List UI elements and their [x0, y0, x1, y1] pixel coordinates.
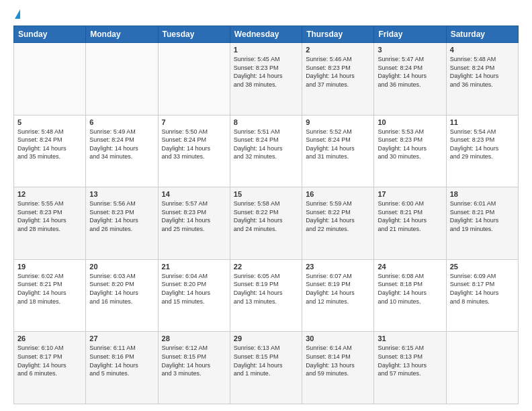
day-number: 11 [450, 118, 515, 126]
calendar-cell: 5Sunrise: 5:48 AM Sunset: 8:24 PM Daylig… [14, 115, 86, 187]
calendar-cell: 30Sunrise: 6:14 AM Sunset: 8:14 PM Dayli… [302, 332, 374, 404]
calendar-cell: 14Sunrise: 5:57 AM Sunset: 8:23 PM Dayli… [158, 187, 230, 260]
calendar-cell: 17Sunrise: 6:00 AM Sunset: 8:21 PM Dayli… [374, 187, 446, 260]
day-info: Sunrise: 5:47 AM Sunset: 8:24 PM Dayligh… [378, 55, 442, 89]
day-number: 1 [234, 46, 298, 54]
day-info: Sunrise: 6:05 AM Sunset: 8:19 PM Dayligh… [234, 272, 298, 306]
day-info: Sunrise: 6:00 AM Sunset: 8:21 PM Dayligh… [378, 199, 442, 233]
day-info: Sunrise: 5:45 AM Sunset: 8:23 PM Dayligh… [234, 55, 298, 89]
calendar-day-header: Tuesday [158, 26, 230, 43]
calendar-cell: 23Sunrise: 6:07 AM Sunset: 8:19 PM Dayli… [302, 259, 374, 332]
day-number: 28 [162, 334, 226, 342]
day-number: 6 [89, 118, 154, 126]
day-info: Sunrise: 5:49 AM Sunset: 8:24 PM Dayligh… [89, 128, 154, 161]
day-number: 22 [234, 263, 298, 271]
calendar-cell: 22Sunrise: 6:05 AM Sunset: 8:19 PM Dayli… [230, 259, 302, 332]
calendar-cell: 24Sunrise: 6:08 AM Sunset: 8:18 PM Dayli… [374, 259, 446, 332]
day-info: Sunrise: 5:46 AM Sunset: 8:23 PM Dayligh… [306, 55, 370, 89]
day-info: Sunrise: 6:04 AM Sunset: 8:20 PM Dayligh… [162, 272, 226, 306]
calendar-day-header: Saturday [446, 26, 518, 43]
page: SundayMondayTuesdayWednesdayThursdayFrid… [0, 0, 532, 411]
calendar-table: SundayMondayTuesdayWednesdayThursdayFrid… [13, 26, 519, 404]
day-info: Sunrise: 5:56 AM Sunset: 8:23 PM Dayligh… [89, 199, 154, 233]
calendar-day-header: Thursday [302, 26, 374, 43]
day-number: 26 [17, 334, 82, 342]
day-info: Sunrise: 5:53 AM Sunset: 8:23 PM Dayligh… [378, 128, 442, 161]
day-info: Sunrise: 5:57 AM Sunset: 8:23 PM Dayligh… [162, 199, 226, 233]
day-number: 23 [306, 263, 370, 271]
calendar-day-header: Sunday [14, 26, 86, 43]
calendar-cell: 21Sunrise: 6:04 AM Sunset: 8:20 PM Dayli… [158, 259, 230, 332]
day-number: 17 [378, 190, 442, 198]
logo-triangle-icon [15, 9, 20, 19]
day-number: 3 [378, 46, 442, 54]
day-number: 5 [17, 118, 82, 126]
day-number: 10 [378, 118, 442, 126]
day-info: Sunrise: 6:08 AM Sunset: 8:18 PM Dayligh… [378, 272, 442, 306]
day-number: 19 [17, 263, 82, 271]
calendar-week-row: 1Sunrise: 5:45 AM Sunset: 8:23 PM Daylig… [14, 43, 519, 116]
day-info: Sunrise: 6:01 AM Sunset: 8:21 PM Dayligh… [450, 199, 515, 233]
day-number: 7 [162, 118, 226, 126]
calendar-week-row: 26Sunrise: 6:10 AM Sunset: 8:17 PM Dayli… [14, 332, 519, 404]
calendar-cell: 19Sunrise: 6:02 AM Sunset: 8:21 PM Dayli… [14, 259, 86, 332]
day-info: Sunrise: 6:15 AM Sunset: 8:13 PM Dayligh… [378, 344, 442, 377]
calendar-cell: 1Sunrise: 5:45 AM Sunset: 8:23 PM Daylig… [230, 43, 302, 116]
day-number: 21 [162, 263, 226, 271]
calendar-cell: 13Sunrise: 5:56 AM Sunset: 8:23 PM Dayli… [86, 187, 158, 260]
calendar-cell: 4Sunrise: 5:48 AM Sunset: 8:24 PM Daylig… [446, 43, 518, 116]
calendar-week-row: 19Sunrise: 6:02 AM Sunset: 8:21 PM Dayli… [14, 259, 519, 332]
day-info: Sunrise: 6:09 AM Sunset: 8:17 PM Dayligh… [450, 272, 515, 306]
day-number: 16 [306, 190, 370, 198]
day-info: Sunrise: 6:13 AM Sunset: 8:15 PM Dayligh… [234, 344, 298, 377]
calendar-cell: 12Sunrise: 5:55 AM Sunset: 8:23 PM Dayli… [14, 187, 86, 260]
day-info: Sunrise: 6:02 AM Sunset: 8:21 PM Dayligh… [17, 272, 82, 306]
calendar-day-header: Friday [374, 26, 446, 43]
calendar-cell: 27Sunrise: 6:11 AM Sunset: 8:16 PM Dayli… [86, 332, 158, 404]
day-info: Sunrise: 6:03 AM Sunset: 8:20 PM Dayligh… [89, 272, 154, 306]
day-number: 18 [450, 190, 515, 198]
calendar-day-header: Wednesday [230, 26, 302, 43]
calendar-cell: 9Sunrise: 5:52 AM Sunset: 8:24 PM Daylig… [302, 115, 374, 187]
day-info: Sunrise: 5:59 AM Sunset: 8:22 PM Dayligh… [306, 199, 370, 233]
calendar-day-header: Monday [86, 26, 158, 43]
calendar-cell: 28Sunrise: 6:12 AM Sunset: 8:15 PM Dayli… [158, 332, 230, 404]
day-number: 15 [234, 190, 298, 198]
calendar-cell: 29Sunrise: 6:13 AM Sunset: 8:15 PM Dayli… [230, 332, 302, 404]
calendar-cell: 26Sunrise: 6:10 AM Sunset: 8:17 PM Dayli… [14, 332, 86, 404]
calendar-week-row: 12Sunrise: 5:55 AM Sunset: 8:23 PM Dayli… [14, 187, 519, 260]
day-info: Sunrise: 6:07 AM Sunset: 8:19 PM Dayligh… [306, 272, 370, 306]
day-info: Sunrise: 5:48 AM Sunset: 8:24 PM Dayligh… [17, 128, 82, 161]
day-number: 29 [234, 334, 298, 342]
day-info: Sunrise: 5:58 AM Sunset: 8:22 PM Dayligh… [234, 199, 298, 233]
calendar-cell: 6Sunrise: 5:49 AM Sunset: 8:24 PM Daylig… [86, 115, 158, 187]
calendar-cell: 8Sunrise: 5:51 AM Sunset: 8:24 PM Daylig… [230, 115, 302, 187]
day-info: Sunrise: 5:54 AM Sunset: 8:23 PM Dayligh… [450, 128, 515, 161]
day-info: Sunrise: 6:11 AM Sunset: 8:16 PM Dayligh… [89, 344, 154, 377]
calendar-cell: 3Sunrise: 5:47 AM Sunset: 8:24 PM Daylig… [374, 43, 446, 116]
day-number: 12 [17, 190, 82, 198]
day-number: 13 [89, 190, 154, 198]
day-info: Sunrise: 5:51 AM Sunset: 8:24 PM Dayligh… [234, 128, 298, 161]
logo [13, 12, 20, 19]
calendar-cell: 20Sunrise: 6:03 AM Sunset: 8:20 PM Dayli… [86, 259, 158, 332]
calendar-cell [158, 43, 230, 116]
calendar-week-row: 5Sunrise: 5:48 AM Sunset: 8:24 PM Daylig… [14, 115, 519, 187]
day-number: 25 [450, 263, 515, 271]
calendar-cell [446, 332, 518, 404]
calendar-cell: 11Sunrise: 5:54 AM Sunset: 8:23 PM Dayli… [446, 115, 518, 187]
day-info: Sunrise: 5:48 AM Sunset: 8:24 PM Dayligh… [450, 55, 515, 89]
calendar-cell: 18Sunrise: 6:01 AM Sunset: 8:21 PM Dayli… [446, 187, 518, 260]
calendar-cell: 15Sunrise: 5:58 AM Sunset: 8:22 PM Dayli… [230, 187, 302, 260]
day-number: 8 [234, 118, 298, 126]
calendar-cell: 16Sunrise: 5:59 AM Sunset: 8:22 PM Dayli… [302, 187, 374, 260]
day-info: Sunrise: 6:14 AM Sunset: 8:14 PM Dayligh… [306, 344, 370, 377]
calendar-header-row: SundayMondayTuesdayWednesdayThursdayFrid… [14, 26, 519, 43]
day-number: 4 [450, 46, 515, 54]
day-info: Sunrise: 5:50 AM Sunset: 8:24 PM Dayligh… [162, 128, 226, 161]
day-number: 27 [89, 334, 154, 342]
day-number: 24 [378, 263, 442, 271]
day-number: 14 [162, 190, 226, 198]
calendar-cell [14, 43, 86, 116]
day-number: 30 [306, 334, 370, 342]
